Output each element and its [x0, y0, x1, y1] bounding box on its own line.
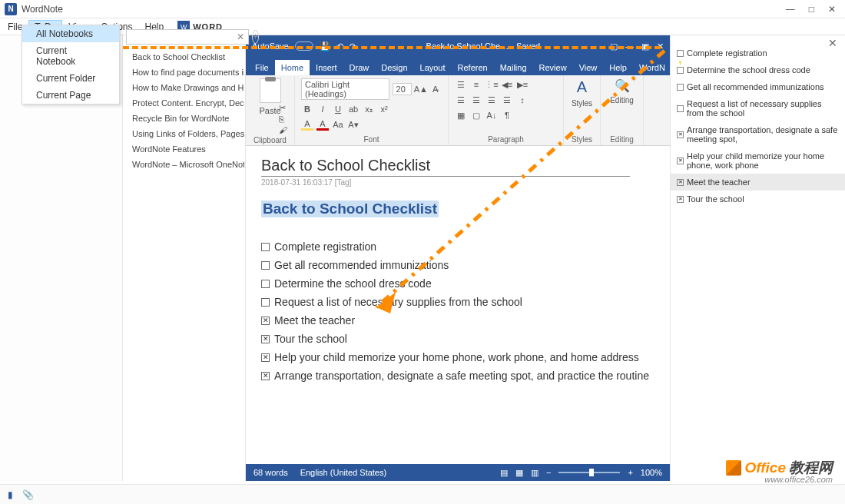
task-result-item[interactable]: Request a list of necessary supplies fro… [671, 95, 845, 121]
checkbox-icon[interactable] [261, 243, 270, 251]
tab-home[interactable]: Home [275, 60, 310, 75]
word-restore-icon[interactable]: ▣ [641, 41, 649, 51]
subscript-icon[interactable]: x₂ [363, 103, 375, 115]
task-result-item[interactable]: Get all recommended immunizations [671, 78, 845, 95]
page-item[interactable]: Protect Content. Encrypt, Decrypt, W [126, 95, 244, 111]
change-case-icon[interactable]: Aa [332, 118, 344, 131]
dropdown-current-folder[interactable]: Current Folder [22, 70, 119, 87]
checklist-item[interactable]: Get all recommended immunizations [261, 259, 654, 271]
task-result-item[interactable]: ✕Help your child memorize your home phon… [671, 148, 845, 174]
word-close-icon[interactable]: ✕ [657, 41, 664, 51]
decrease-indent-icon[interactable]: ◀≡ [501, 78, 513, 91]
tab-help[interactable]: Help [603, 60, 633, 75]
italic-icon[interactable]: I [316, 103, 329, 115]
increase-indent-icon[interactable]: ▶≡ [516, 78, 529, 91]
tab-mailings[interactable]: Mailing [494, 60, 533, 75]
strike-icon[interactable]: ab [347, 103, 360, 115]
copy-icon[interactable]: ⎘ [279, 114, 287, 124]
document-canvas[interactable]: Back to School Checklist 2018-07-31 16:0… [246, 146, 670, 464]
checklist-item[interactable]: Complete registration [261, 240, 654, 253]
tab-view[interactable]: View [573, 60, 604, 75]
justify-icon[interactable]: ☰ [501, 94, 513, 106]
checklist-item[interactable]: ✕Tour the school [261, 333, 654, 345]
tab-design[interactable]: Design [375, 60, 413, 75]
word-ribbon-options-icon[interactable]: ▢ [610, 41, 618, 51]
tab-insert[interactable]: Insert [310, 60, 343, 75]
numbering-icon[interactable]: ≡ [470, 78, 482, 91]
cut-icon[interactable]: ✂ [279, 103, 287, 113]
undo-icon[interactable]: ↶ [336, 41, 343, 51]
superscript-icon[interactable]: x² [378, 103, 390, 115]
task-result-item[interactable]: ✕Arrange transportation, designate a saf… [671, 121, 845, 148]
page-item[interactable]: Using Links of Folders, Pages, and Pa [126, 126, 244, 141]
bold-icon[interactable]: B [301, 103, 313, 115]
checkbox-icon[interactable]: ✕ [261, 353, 270, 362]
sort-icon[interactable]: A↓ [485, 109, 498, 121]
checkbox-icon[interactable]: ✕ [261, 372, 270, 380]
minimize-button[interactable]: — [786, 4, 795, 15]
view-read-icon[interactable]: ▤ [500, 468, 508, 478]
view-web-icon[interactable]: ▥ [531, 468, 538, 478]
word-count[interactable]: 68 words [254, 468, 288, 477]
checklist-item[interactable]: ✕Help your child memorize your home phon… [261, 351, 654, 363]
task-result-item[interactable]: ✕Tour the school [671, 191, 845, 207]
shrink-font-icon[interactable]: A▾ [347, 118, 360, 131]
checklist-item[interactable]: Determine the school dress code [261, 277, 654, 290]
line-spacing-icon[interactable]: ↕ [516, 94, 529, 106]
tab-file[interactable]: File [249, 60, 275, 75]
text-highlight-icon[interactable]: A [301, 118, 313, 131]
align-center-icon[interactable]: ☰ [470, 94, 482, 106]
checklist-item[interactable]: ✕Arrange transportation, designate a saf… [261, 370, 654, 382]
tab-references[interactable]: Referen [452, 60, 494, 75]
bullets-icon[interactable]: ☰ [455, 78, 467, 91]
font-name-select[interactable]: Calibri Light (Headings) [301, 78, 389, 100]
page-item[interactable]: WordNote – Microsoft OneNote Alterr [126, 157, 244, 172]
page-item[interactable]: Recycle Bin for WordNote [126, 111, 244, 126]
dropdown-current-page[interactable]: Current Page [22, 87, 119, 104]
page-item[interactable]: How to Make Drawings and Handwritin [126, 80, 244, 95]
view-print-icon[interactable]: ▦ [515, 468, 523, 478]
page-item[interactable]: WordNote Features [126, 141, 244, 157]
maximize-button[interactable]: □ [809, 4, 814, 15]
show-marks-icon[interactable]: ¶ [501, 109, 513, 121]
add-page-icon[interactable]: + [252, 30, 259, 44]
checkbox-icon[interactable] [261, 261, 270, 270]
align-left-icon[interactable]: ☰ [455, 94, 467, 106]
page-item[interactable]: How to find page documents in WordN [126, 65, 244, 80]
clear-format-icon[interactable]: A̶ [430, 83, 442, 95]
checkbox-icon[interactable]: ✕ [261, 335, 270, 343]
zoom-out-icon[interactable]: − [546, 468, 551, 477]
zoom-in-icon[interactable]: + [628, 468, 632, 477]
language-status[interactable]: English (United States) [300, 468, 387, 477]
zoom-slider[interactable] [558, 472, 620, 473]
checklist-item[interactable]: Request a list of necessary supplies fro… [261, 296, 654, 308]
checkbox-icon[interactable]: ✕ [261, 317, 270, 325]
checkbox-icon[interactable] [261, 280, 270, 288]
word-minimize-icon[interactable]: — [625, 41, 634, 51]
multilevel-icon[interactable]: ⋮≡ [485, 78, 498, 91]
font-size-select[interactable]: 20 [393, 83, 412, 95]
attach-icon[interactable]: 📎 [22, 489, 34, 500]
checklist-item[interactable]: ✕Meet the teacher [261, 314, 654, 327]
shading-icon[interactable]: ▦ [455, 109, 467, 121]
doc-title[interactable]: Back to School Checklist [261, 157, 630, 177]
tab-wordnote[interactable]: WordN [633, 60, 671, 75]
tab-layout[interactable]: Layout [414, 60, 452, 75]
checkbox-icon[interactable] [261, 298, 270, 307]
styles-icon[interactable]: A [577, 78, 587, 96]
font-color-icon[interactable]: A [316, 118, 329, 131]
task-result-item[interactable]: Determine the school dress code [671, 61, 845, 78]
search-input[interactable] [126, 29, 249, 45]
page-item[interactable]: Back to School Checklist [126, 49, 244, 65]
task-result-item[interactable]: Complete registration [671, 45, 845, 61]
grow-font-icon[interactable]: A▲ [415, 83, 427, 95]
doc-heading[interactable]: Back to School Checklist [261, 201, 439, 217]
find-icon[interactable]: 🔍 [615, 78, 630, 93]
dropdown-current-notebook[interactable]: Current Notebook [22, 42, 119, 70]
underline-icon[interactable]: U [332, 103, 344, 115]
save-icon[interactable]: 💾 [320, 41, 330, 51]
borders-icon[interactable]: ▢ [470, 109, 482, 121]
format-painter-icon[interactable]: 🖌 [279, 125, 287, 134]
redo-icon[interactable]: ↷ [350, 41, 356, 51]
dropdown-all-notebooks[interactable]: All Notebooks [22, 25, 119, 42]
